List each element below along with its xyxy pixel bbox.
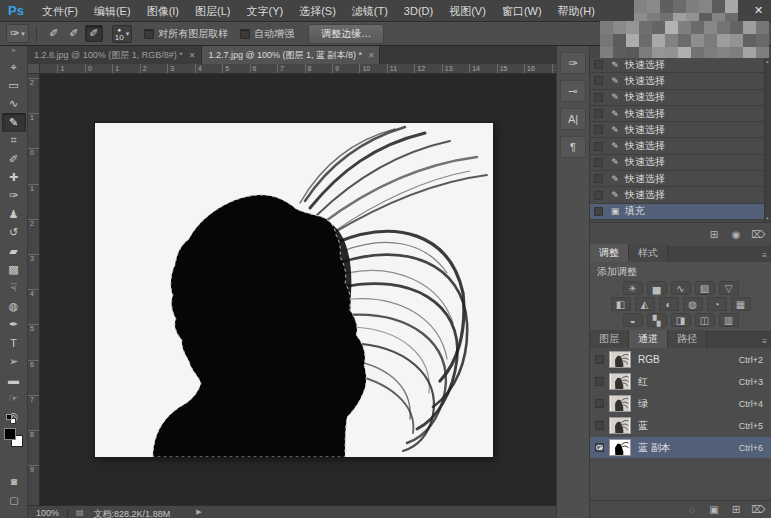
selection-mode-button[interactable]: ✐ <box>85 25 103 42</box>
adjustment-icon[interactable]: ◐ <box>659 297 679 311</box>
tool-button[interactable]: ✎ <box>2 113 26 131</box>
adjustment-icon[interactable]: ◨ <box>671 313 691 327</box>
channel-footer-icon[interactable]: ⊞ <box>727 504 745 515</box>
foreground-background-swatches[interactable] <box>4 428 24 448</box>
collapsed-panel-icon[interactable]: ✑ <box>560 52 586 74</box>
adjustment-icon[interactable]: ▅ <box>647 281 667 295</box>
tool-button[interactable]: T <box>2 334 26 352</box>
history-footer-icon[interactable]: ⊞ <box>705 229 723 240</box>
history-source-checkbox[interactable] <box>594 125 603 134</box>
channel-row[interactable]: 绿 Ctrl+4 <box>590 393 771 414</box>
tab-channels[interactable]: 通道 <box>629 330 668 348</box>
history-source-checkbox[interactable] <box>594 142 603 151</box>
tool-button[interactable]: ▬ <box>2 371 26 389</box>
tool-button[interactable]: ◍ <box>2 297 26 315</box>
channel-footer-icon[interactable]: ⌦ <box>749 504 767 515</box>
adjustment-icon[interactable]: ◧ <box>611 297 631 311</box>
history-state-row[interactable]: ▣ 填充 <box>590 204 764 220</box>
menu-item[interactable]: 3D(D) <box>396 0 441 22</box>
tool-button[interactable]: ⌗ <box>2 132 26 150</box>
adjustment-icon[interactable]: ◔ <box>707 297 727 311</box>
collapsed-panel-icon[interactable]: A| <box>560 108 586 130</box>
tool-button[interactable]: ☞ <box>2 389 26 407</box>
tab-paths[interactable]: 路径 <box>668 330 707 348</box>
quick-mask-icon[interactable]: ◙ <box>0 476 28 487</box>
history-state-row[interactable]: ✎ 快速选择 <box>590 90 764 106</box>
scroll-down-icon[interactable]: ▾ <box>766 215 769 221</box>
panel-menu-icon[interactable]: ≡ <box>762 251 767 262</box>
channel-visibility-well[interactable] <box>595 355 604 364</box>
adjustment-icon[interactable]: ☀ <box>623 281 643 295</box>
menu-item[interactable]: 选择(S) <box>291 0 344 22</box>
history-state-row[interactable]: ✎ 快速选择 <box>590 73 764 89</box>
adjustment-icon[interactable]: ▧ <box>695 281 715 295</box>
history-scrollbar[interactable]: ▴ ▾ <box>764 57 771 222</box>
tool-button[interactable]: ✑ <box>2 187 26 205</box>
adjustment-icon[interactable]: ▽ <box>719 281 739 295</box>
history-state-row[interactable]: ✎ 快速选择 <box>590 187 764 203</box>
toolbar-collapse-icon[interactable]: » <box>0 46 27 58</box>
menu-item[interactable]: 帮助(H) <box>550 0 603 22</box>
scroll-up-icon[interactable]: ▴ <box>766 58 769 64</box>
history-footer-icon[interactable]: ◉ <box>727 229 745 240</box>
auto-enhance-checkbox[interactable] <box>240 29 250 39</box>
channel-visibility-well[interactable] <box>595 399 604 408</box>
close-icon[interactable]: ✕ <box>750 3 767 18</box>
tool-button[interactable]: ∿ <box>2 95 26 113</box>
adjustment-icon[interactable]: ◒ <box>623 313 643 327</box>
status-menu-arrow-icon[interactable]: ▶ <box>196 508 201 516</box>
adjustment-icon[interactable]: ◍ <box>683 297 703 311</box>
collapsed-panel-icon[interactable]: ⊸ <box>560 80 586 102</box>
canvas-image[interactable] <box>95 123 493 457</box>
selection-mode-button[interactable]: ✐ <box>65 25 83 42</box>
screen-mode-icon[interactable]: ▢ <box>0 495 28 506</box>
tab-layers[interactable]: 图层 <box>590 330 629 348</box>
history-state-row[interactable]: ✎ 快速选择 <box>590 106 764 122</box>
sample-all-layers-option[interactable]: 对所有图层取样 <box>144 27 228 41</box>
tool-button[interactable]: ☟ <box>2 279 26 297</box>
history-source-checkbox[interactable] <box>594 191 603 200</box>
adjustment-icon[interactable]: ▚ <box>647 313 667 327</box>
document-tab[interactable]: 1.2.8.jpg @ 100% (图层 1, RGB/8#) * ✕ <box>28 46 202 64</box>
refine-edge-button[interactable]: 调整边缘… <box>308 24 384 44</box>
menu-item[interactable]: 滤镜(T) <box>344 0 396 22</box>
tool-button[interactable]: ▭ <box>2 76 26 94</box>
history-source-checkbox[interactable] <box>594 207 603 216</box>
foreground-color-swatch[interactable] <box>4 428 16 440</box>
channel-footer-icon[interactable]: ▣ <box>705 504 723 515</box>
history-state-row[interactable]: ✎ 快速选择 <box>590 155 764 171</box>
tool-button[interactable]: ▰ <box>2 242 26 260</box>
history-footer-icon[interactable]: ⌦ <box>749 229 767 240</box>
history-source-checkbox[interactable] <box>594 60 603 69</box>
close-tab-icon[interactable]: ✕ <box>189 51 196 60</box>
tool-button[interactable]: ✚ <box>2 168 26 186</box>
tab-adjustments[interactable]: 调整 <box>590 244 629 262</box>
tab-styles[interactable]: 样式 <box>629 244 668 262</box>
history-state-row[interactable]: ✎ 快速选择 <box>590 57 764 73</box>
tool-preset-picker[interactable]: ✑ ▾ <box>6 24 29 43</box>
tool-button[interactable]: ✐ <box>2 150 26 168</box>
panel-menu-icon[interactable]: ≡ <box>762 337 767 348</box>
history-source-checkbox[interactable] <box>594 174 603 183</box>
adjustment-icon[interactable]: ◫ <box>695 313 715 327</box>
menu-item[interactable]: 图像(I) <box>139 0 187 22</box>
channel-visibility-well[interactable] <box>595 421 604 430</box>
menu-item[interactable]: 文字(Y) <box>238 0 291 22</box>
default-colors-icon[interactable] <box>6 414 17 425</box>
menu-item[interactable]: 视图(V) <box>441 0 494 22</box>
channel-visibility-well[interactable] <box>595 443 604 452</box>
channel-row[interactable]: RGB Ctrl+2 <box>590 349 771 370</box>
adjustment-icon[interactable]: ▥ <box>719 313 739 327</box>
history-state-row[interactable]: ✎ 快速选择 <box>590 138 764 154</box>
menu-item[interactable]: 图层(L) <box>187 0 238 22</box>
sample-all-layers-checkbox[interactable] <box>144 29 154 39</box>
history-source-checkbox[interactable] <box>594 109 603 118</box>
menu-item[interactable]: 窗口(W) <box>494 0 550 22</box>
channel-visibility-well[interactable] <box>595 377 604 386</box>
auto-enhance-option[interactable]: 自动增强 <box>240 27 294 41</box>
channel-row[interactable]: 红 Ctrl+3 <box>590 371 771 392</box>
selection-mode-button[interactable]: ✐ <box>45 25 63 42</box>
tool-button[interactable]: ♟ <box>2 205 26 223</box>
history-state-row[interactable]: ✎ 快速选择 <box>590 171 764 187</box>
tool-button[interactable]: ✒ <box>2 315 26 333</box>
